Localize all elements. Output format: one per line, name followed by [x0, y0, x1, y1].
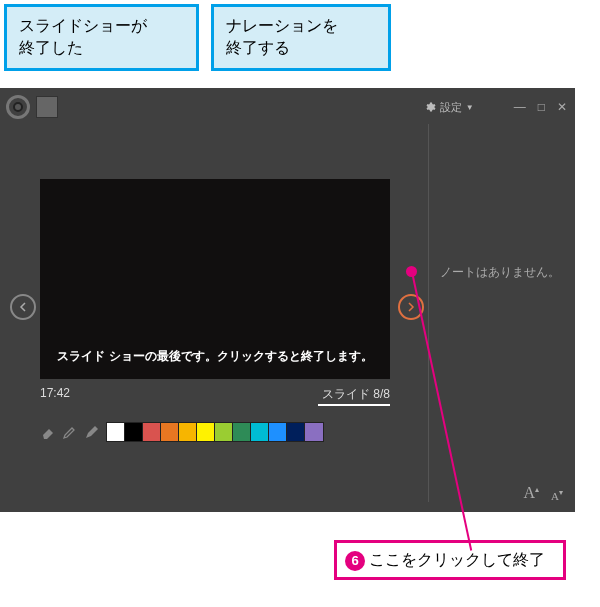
color-swatch[interactable]: [107, 423, 125, 441]
pen-icon[interactable]: [84, 424, 100, 440]
font-increase-button[interactable]: A▴: [523, 484, 539, 502]
end-of-show-message: スライド ショーの最後です。クリックすると終了します。: [57, 348, 372, 365]
counter-underline: [318, 404, 390, 406]
settings-label: 設定: [440, 100, 462, 115]
color-swatches: [106, 422, 324, 442]
instruction-callout: 6 ここをクリックして終了: [334, 540, 566, 580]
titlebar: 設定 ▼ — □ ✕: [0, 88, 575, 124]
prev-slide-button[interactable]: [10, 294, 36, 320]
callout-slideshow-ended: スライドショーが終了した: [4, 4, 199, 71]
color-swatch[interactable]: [179, 423, 197, 441]
slide-counter: スライド 8/8: [322, 386, 390, 403]
vertical-divider: [428, 124, 429, 502]
presenter-window: 設定 ▼ — □ ✕ ノートはありません。 スライド ショーの最後です。クリック…: [0, 88, 575, 512]
color-swatch[interactable]: [143, 423, 161, 441]
stop-indicator-icon: [36, 96, 58, 118]
color-swatch[interactable]: [251, 423, 269, 441]
color-swatch[interactable]: [125, 423, 143, 441]
chevron-down-icon: ▼: [466, 103, 474, 112]
close-button[interactable]: ✕: [557, 101, 567, 113]
color-swatch[interactable]: [215, 423, 233, 441]
notes-empty-text: ノートはありません。: [432, 264, 567, 281]
settings-menu[interactable]: 設定 ▼: [424, 100, 474, 115]
font-decrease-button[interactable]: A▾: [551, 488, 563, 502]
color-swatch[interactable]: [197, 423, 215, 441]
slide-preview[interactable]: スライド ショーの最後です。クリックすると終了します。: [40, 179, 390, 379]
gear-icon: [424, 101, 436, 113]
eraser-icon[interactable]: [40, 424, 56, 440]
color-swatch[interactable]: [161, 423, 179, 441]
maximize-button[interactable]: □: [538, 101, 545, 113]
color-swatch[interactable]: [287, 423, 305, 441]
color-swatch[interactable]: [269, 423, 287, 441]
callout-end-narration: ナレーションを終了する: [211, 4, 391, 71]
elapsed-time: 17:42: [40, 386, 70, 403]
minimize-button[interactable]: —: [514, 101, 526, 113]
instruction-text: ここをクリックして終了: [369, 549, 545, 571]
annotation-pointer-dot: [406, 266, 417, 277]
color-swatch[interactable]: [233, 423, 251, 441]
color-swatch[interactable]: [305, 423, 323, 441]
highlighter-icon[interactable]: [62, 424, 78, 440]
notes-panel: ノートはありません。: [432, 164, 567, 281]
record-indicator-icon: [6, 95, 30, 119]
step-number-badge: 6: [345, 551, 365, 571]
